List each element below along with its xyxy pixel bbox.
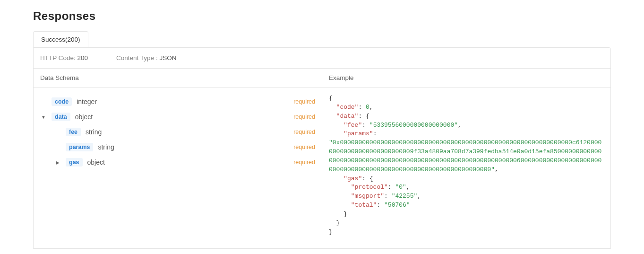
- json-punct: :: [384, 193, 392, 200]
- json-brace: }: [343, 210, 347, 218]
- json-key: "fee": [343, 122, 362, 129]
- prop-type-gas: object: [87, 158, 105, 166]
- required-badge: required: [293, 159, 315, 166]
- response-panel: HTTP Code: 200 Content Type : JSON Data …: [33, 47, 611, 249]
- json-string: "50706": [384, 201, 410, 209]
- response-tabs: Success(200): [33, 31, 611, 47]
- prop-type-fee: string: [86, 128, 102, 136]
- required-badge: required: [293, 98, 315, 105]
- json-punct: :: [358, 104, 366, 111]
- json-punct: :: [362, 122, 369, 129]
- json-key: "msgport": [351, 193, 384, 200]
- json-string: "0x0000000000000000000000000000000000000…: [329, 139, 601, 173]
- json-brace: {: [329, 95, 333, 102]
- prop-name-data: data: [52, 113, 70, 121]
- schema-header: Data Schema: [34, 69, 322, 88]
- json-punct: ,: [417, 193, 421, 200]
- json-punct: ,: [406, 184, 410, 191]
- http-code-value: : 200: [74, 54, 88, 61]
- json-punct: :: [373, 130, 377, 137]
- required-badge: required: [293, 114, 315, 120]
- content-type: Content Type : JSON: [116, 54, 176, 61]
- content-type-value: : JSON: [156, 54, 177, 61]
- prop-name-fee: fee: [66, 128, 81, 136]
- example-header: Example: [322, 69, 610, 88]
- schema-row-fee: fee string required: [40, 124, 315, 140]
- json-string: "42255": [392, 193, 418, 200]
- json-punct: ,: [458, 122, 462, 129]
- tab-success-200[interactable]: Success(200): [33, 31, 88, 47]
- required-badge: required: [293, 129, 315, 135]
- prop-name-code: code: [52, 97, 72, 106]
- json-punct: ,: [495, 166, 498, 173]
- schema-column: Data Schema code integer required ▼ data…: [34, 69, 322, 248]
- meta-row: HTTP Code: 200 Content Type : JSON: [34, 48, 610, 68]
- json-brace: {: [369, 175, 373, 182]
- json-punct: :: [377, 201, 384, 209]
- json-string: "5339556000000000000000": [369, 122, 458, 129]
- required-badge: required: [293, 144, 315, 150]
- json-key: "total": [351, 201, 377, 209]
- prop-type-params: string: [98, 143, 114, 151]
- json-punct: :: [388, 184, 395, 191]
- schema-row-data: ▼ data object required: [40, 109, 315, 124]
- collapse-icon[interactable]: ▼: [40, 114, 47, 120]
- example-column: Example { "code": 0, "data": { "fee": "5…: [322, 69, 610, 248]
- json-key: "data": [336, 113, 359, 120]
- json-number: 0: [366, 104, 369, 111]
- http-code-label: HTTP Code: [40, 54, 74, 61]
- example-body: { "code": 0, "data": { "fee": "533955600…: [322, 88, 610, 248]
- schema-row-code: code integer required: [40, 94, 315, 109]
- expand-icon[interactable]: ▶: [54, 160, 61, 165]
- json-string: "0": [395, 184, 406, 191]
- json-punct: ,: [369, 104, 373, 111]
- schema-row-params: params string required: [40, 140, 315, 155]
- schema-example-grid: Data Schema code integer required ▼ data…: [34, 68, 610, 248]
- schema-row-gas: ▶ gas object required: [40, 155, 315, 170]
- prop-name-params: params: [66, 143, 93, 151]
- prop-type-code: integer: [77, 98, 97, 105]
- json-brace: }: [329, 228, 333, 236]
- json-brace: {: [366, 113, 369, 120]
- json-brace: }: [336, 219, 340, 227]
- content-type-label: Content Type: [116, 54, 156, 61]
- json-key: "protocol": [351, 184, 388, 191]
- prop-type-data: object: [75, 113, 93, 121]
- schema-body: code integer required ▼ data object requ…: [34, 88, 322, 181]
- json-key: "gas": [343, 175, 362, 182]
- http-code: HTTP Code: 200: [40, 54, 88, 61]
- section-title: Responses: [33, 9, 611, 23]
- json-key: "params": [343, 130, 373, 137]
- json-punct: :: [358, 113, 366, 120]
- prop-name-gas: gas: [66, 158, 83, 166]
- json-key: "code": [336, 104, 359, 111]
- json-punct: :: [362, 175, 369, 182]
